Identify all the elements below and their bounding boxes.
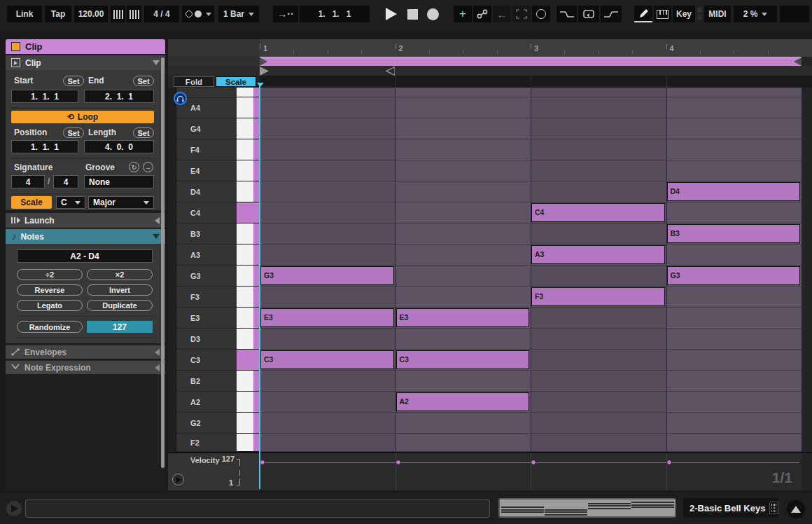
beat-time-ruler[interactable]: 1234 <box>168 39 812 57</box>
panel-scrollbar[interactable] <box>161 57 164 468</box>
piano-key-root[interactable] <box>237 350 253 371</box>
legato-button[interactable]: Legato <box>17 300 83 311</box>
notes-section-header[interactable]: ♪ Notes <box>6 229 165 244</box>
midi-note[interactable]: E3 <box>396 308 530 327</box>
note-expression-expand-icon[interactable] <box>155 364 160 371</box>
piano-key[interactable] <box>237 287 253 308</box>
grid-cell[interactable] <box>666 202 802 223</box>
grid-cell[interactable] <box>531 350 666 371</box>
position-value-field[interactable]: 1. 1. 1 <box>11 140 78 153</box>
grid-cell[interactable] <box>396 181 531 202</box>
piano-key[interactable] <box>237 434 253 452</box>
midi-note[interactable]: A2 <box>396 392 530 411</box>
piano-key[interactable] <box>237 97 253 118</box>
grid-cell[interactable] <box>666 392 802 413</box>
grid-cell[interactable] <box>260 329 396 350</box>
grid-cell[interactable] <box>666 97 802 118</box>
grid-cell[interactable] <box>260 223 396 244</box>
set-length-button[interactable]: Set <box>133 127 154 138</box>
piano-key[interactable] <box>237 244 253 266</box>
grid-cell[interactable] <box>396 266 531 287</box>
grid-cell[interactable] <box>396 202 531 223</box>
grid-cell[interactable] <box>260 118 396 139</box>
grid-cell[interactable] <box>531 181 666 202</box>
velocity-marker[interactable] <box>260 460 265 465</box>
grid-cell[interactable] <box>531 88 666 97</box>
launch-expand-icon[interactable] <box>155 217 160 224</box>
piano-key[interactable] <box>237 413 253 434</box>
tap-tempo-button[interactable]: Tap <box>45 6 71 22</box>
randomize-amount-field[interactable]: 127 <box>87 321 153 333</box>
note-expression-section-header[interactable]: Note Expression <box>6 361 165 374</box>
grid-cell[interactable] <box>666 118 802 139</box>
grid-cell[interactable] <box>260 160 396 181</box>
clip-start-marker-icon[interactable] <box>260 67 269 76</box>
midi-note[interactable]: C3 <box>396 350 530 369</box>
clip-section-header[interactable]: Clip <box>6 55 165 70</box>
grid-cell[interactable] <box>260 434 396 452</box>
draw-mode-button[interactable] <box>634 6 652 22</box>
reverse-button[interactable]: Reverse <box>17 284 83 296</box>
halve-time-button[interactable]: ÷2 <box>17 269 83 280</box>
randomize-button[interactable]: Randomize <box>17 321 83 333</box>
grid-cell[interactable] <box>260 181 396 202</box>
velocity-marker[interactable] <box>531 460 536 465</box>
double-time-button[interactable]: ×2 <box>87 269 153 280</box>
hot-swap-groove-icon[interactable]: ↻ <box>129 162 139 172</box>
grid-cell[interactable] <box>531 223 666 244</box>
length-value-field[interactable]: 4. 0. 0 <box>84 140 154 153</box>
grid-cell[interactable] <box>396 413 531 434</box>
current-device-chip[interactable]: 2-Basic Bell Keys <box>683 498 778 518</box>
signature-denominator-field[interactable]: 4 <box>53 175 78 188</box>
piano-key[interactable] <box>237 329 253 350</box>
grid-cell[interactable] <box>260 139 396 160</box>
set-position-button[interactable]: Set <box>63 127 84 138</box>
grid-cell[interactable] <box>396 244 531 266</box>
midi-note[interactable]: F3 <box>531 287 665 306</box>
grid-cell[interactable] <box>666 88 802 97</box>
follow-button[interactable]: →·· <box>273 6 298 22</box>
loop-toggle-button[interactable]: ⟲ Loop <box>11 111 154 123</box>
grid-cell[interactable] <box>531 329 666 350</box>
arrangement-position-display[interactable]: 1. 1. 1 <box>300 6 370 22</box>
grid-cell[interactable] <box>666 287 802 308</box>
piano-key[interactable] <box>237 88 253 97</box>
time-signature-field[interactable]: 4 / 4 <box>144 6 179 22</box>
grid-cell[interactable] <box>666 329 802 350</box>
midi-note[interactable]: E3 <box>260 308 394 327</box>
piano-key[interactable] <box>237 139 253 160</box>
velocity-lane-toggle-button[interactable] <box>172 474 184 485</box>
grid-cell[interactable] <box>666 160 802 181</box>
grid-setting-indicator[interactable]: 1/1 <box>772 469 792 486</box>
scale-name-selector[interactable]: Major <box>88 196 154 209</box>
piano-key-root[interactable] <box>237 202 253 223</box>
notes-collapse-icon[interactable] <box>153 234 160 239</box>
piano-key[interactable] <box>237 118 253 139</box>
grid-cell[interactable] <box>396 434 531 452</box>
scale-fold-button[interactable]: Scale <box>216 76 256 87</box>
grid-cell[interactable] <box>396 287 531 308</box>
grid-cell[interactable] <box>396 371 531 392</box>
automation-arm-button[interactable] <box>473 6 491 22</box>
grid-cell[interactable] <box>666 434 802 452</box>
clip-tab-header[interactable]: Clip <box>6 39 165 54</box>
grid-cell[interactable] <box>260 88 396 97</box>
grid-cell[interactable] <box>396 88 531 97</box>
grid-cell[interactable] <box>260 202 396 223</box>
start-value-field[interactable]: 1. 1. 1 <box>11 90 78 103</box>
grid-cell[interactable] <box>260 413 396 434</box>
fold-button[interactable]: Fold <box>174 76 214 87</box>
piano-key[interactable] <box>237 308 253 329</box>
signature-numerator-field[interactable]: 4 <box>11 175 45 188</box>
grid-cell[interactable] <box>666 244 802 266</box>
link-button[interactable]: Link <box>7 6 42 22</box>
capture-midi-button[interactable] <box>512 6 531 22</box>
grid-cell[interactable] <box>666 413 802 434</box>
session-record-button[interactable] <box>532 6 550 22</box>
stop-button[interactable] <box>403 6 421 22</box>
piano-key[interactable] <box>237 181 253 202</box>
envelopes-expand-icon[interactable] <box>155 349 160 356</box>
grid-cell[interactable] <box>531 434 666 452</box>
grid-cell[interactable] <box>666 371 802 392</box>
grid-cell[interactable] <box>531 392 666 413</box>
